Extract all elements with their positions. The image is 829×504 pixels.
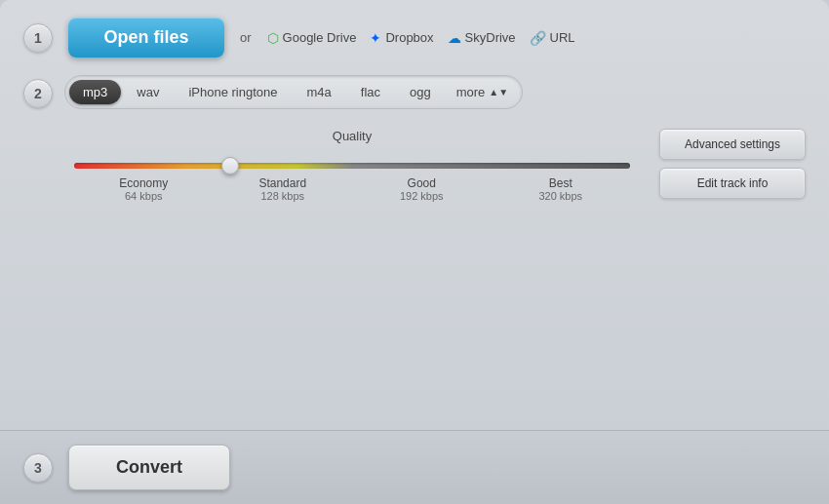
app-container: 1 Open files or ⬡ Google Drive ✦ Dropbox… [0, 0, 829, 504]
section-convert: 3 Convert [0, 430, 829, 504]
right-buttons-group: Advanced settings Edit track info [659, 129, 806, 199]
url-label: URL [550, 30, 575, 45]
format-tabs-group: mp3 wav iPhone ringtone m4a flac ogg mor… [64, 75, 523, 109]
quality-slider-container: Economy 64 kbps Standard 128 kbps Good 1… [74, 163, 630, 202]
best-kbps: 320 kbps [492, 190, 631, 202]
economy-label: Economy [74, 176, 214, 190]
skydrive-icon: ☁ [448, 30, 461, 46]
standard-label: Standard [214, 176, 353, 190]
google-drive-link[interactable]: ⬡ Google Drive [267, 30, 357, 46]
format-quality-content: mp3 wav iPhone ringtone m4a flac ogg mor… [64, 75, 806, 202]
url-link[interactable]: 🔗 URL [530, 30, 575, 46]
convert-button[interactable]: Convert [68, 445, 230, 490]
step-1-badge: 1 [23, 23, 53, 53]
quality-marker-best: Best 320 kbps [492, 176, 631, 202]
skydrive-label: SkyDrive [465, 30, 516, 45]
good-label: Good [352, 176, 492, 190]
more-formats-dropdown[interactable]: more ▲▼ [447, 80, 518, 104]
quality-marker-economy: Economy 64 kbps [74, 176, 214, 202]
quality-markers: Economy 64 kbps Standard 128 kbps Good 1… [74, 176, 630, 202]
tab-mp3[interactable]: mp3 [69, 80, 121, 104]
dropbox-link[interactable]: ✦ Dropbox [370, 30, 433, 46]
dropbox-label: Dropbox [385, 30, 433, 45]
quality-marker-good: Good 192 kbps [352, 176, 492, 202]
good-kbps: 192 kbps [352, 190, 492, 202]
tab-m4a[interactable]: m4a [294, 80, 345, 104]
step-3-badge: 3 [23, 453, 53, 483]
tab-wav[interactable]: wav [123, 80, 173, 104]
step-2-badge: 2 [23, 79, 53, 108]
dropbox-icon: ✦ [370, 30, 381, 46]
open-files-button[interactable]: Open files [68, 18, 224, 58]
tab-flac[interactable]: flac [347, 80, 394, 104]
cloud-links-group: ⬡ Google Drive ✦ Dropbox ☁ SkyDrive 🔗 UR… [267, 30, 575, 46]
or-text: or [240, 30, 252, 45]
quality-label: Quality [64, 129, 640, 143]
quality-and-buttons-row: Quality Economy 64 kbps Standard [64, 129, 806, 202]
advanced-settings-button[interactable]: Advanced settings [659, 129, 806, 160]
url-icon: 🔗 [530, 30, 546, 46]
best-label: Best [492, 176, 631, 190]
tab-iphone-ringtone[interactable]: iPhone ringtone [175, 80, 291, 104]
quality-marker-standard: Standard 128 kbps [214, 176, 353, 202]
more-formats-label: more [456, 85, 486, 99]
section-open-files: 1 Open files or ⬡ Google Drive ✦ Dropbox… [0, 0, 829, 75]
google-drive-label: Google Drive [283, 30, 357, 45]
section-format-quality: 2 mp3 wav iPhone ringtone m4a flac ogg m… [0, 75, 829, 430]
google-drive-icon: ⬡ [267, 30, 279, 46]
quality-slider-thumb[interactable] [221, 157, 239, 174]
edit-track-info-button[interactable]: Edit track info [659, 168, 806, 199]
economy-kbps: 64 kbps [74, 190, 214, 202]
chevron-down-icon: ▲▼ [489, 87, 508, 97]
tab-ogg[interactable]: ogg [396, 80, 445, 104]
skydrive-link[interactable]: ☁ SkyDrive [448, 30, 516, 46]
quality-section: Quality Economy 64 kbps Standard [64, 129, 640, 202]
standard-kbps: 128 kbps [214, 190, 353, 202]
quality-slider-track [74, 163, 630, 169]
